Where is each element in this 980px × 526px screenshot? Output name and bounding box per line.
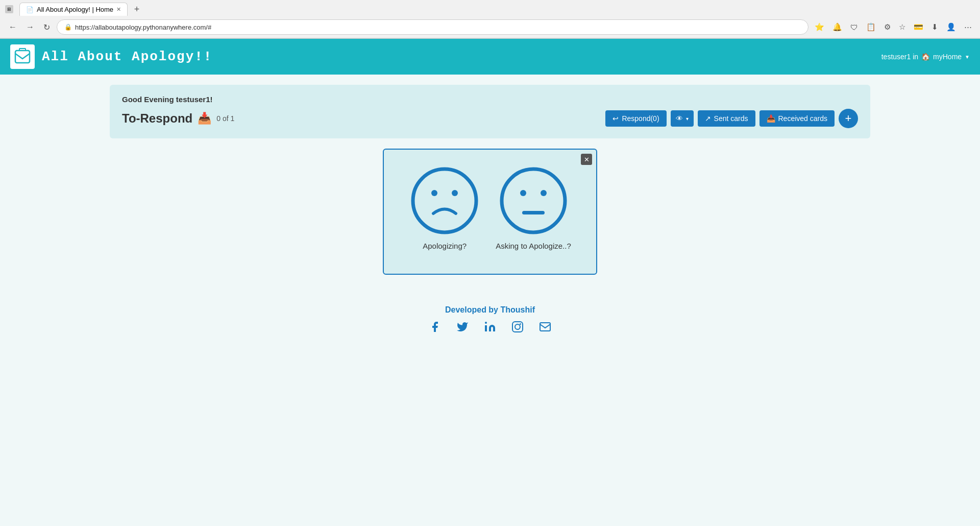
- svg-point-5: [520, 190, 526, 196]
- add-button[interactable]: +: [839, 109, 858, 128]
- extensions-icon[interactable]: ⭐: [813, 21, 826, 33]
- tab-grid-icon[interactable]: ⊞: [5, 5, 13, 13]
- footer-icons: [10, 321, 970, 336]
- view-dropdown-arrow-icon: ▾: [686, 116, 689, 122]
- inbox-btn-icon: 📥: [767, 114, 775, 123]
- inbox-icon: 📥: [198, 112, 211, 125]
- svg-point-8: [485, 322, 487, 324]
- respond-row: To-Respond 📥 0 of 1 ↩ Respond(0) 👁 ▾ ↗ S…: [122, 109, 858, 128]
- email-icon[interactable]: [539, 321, 551, 336]
- greeting-text: Good Evening testuser1!: [122, 95, 858, 104]
- modal-box: ✕ Apologizing?: [383, 149, 597, 275]
- reload-button[interactable]: ↻: [41, 21, 53, 33]
- received-cards-button[interactable]: 📥 Received cards: [760, 110, 835, 127]
- tab-close-button[interactable]: ✕: [116, 6, 121, 13]
- tab-title: All About Apology! | Home: [37, 6, 113, 13]
- wallet-icon[interactable]: 💳: [912, 21, 925, 33]
- svg-point-2: [431, 190, 437, 196]
- face-options: Apologizing? Asking to Apologize..?: [409, 165, 571, 250]
- url-text: https://allaboutapology.pythonanywhere.c…: [75, 23, 211, 31]
- plus-icon: +: [845, 112, 852, 125]
- svg-point-11: [520, 323, 521, 325]
- shield-icon[interactable]: 🛡: [848, 22, 860, 33]
- lock-icon: 🔒: [64, 23, 72, 31]
- svg-point-4: [502, 169, 565, 232]
- footer: Developed by Thoushif: [0, 285, 980, 346]
- new-tab-button[interactable]: +: [130, 2, 144, 16]
- share-icon: ↗: [705, 114, 711, 123]
- download-icon[interactable]: ⬇: [929, 21, 940, 33]
- apologizing-option[interactable]: Apologizing?: [409, 165, 480, 250]
- modal-close-button[interactable]: ✕: [581, 154, 592, 165]
- asking-label: Asking to Apologize..?: [496, 242, 571, 250]
- browser-toolbar: ← → ↻ 🔒 https://allaboutapology.pythonan…: [0, 16, 980, 38]
- dashboard-card: Good Evening testuser1! To-Respond 📥 0 o…: [110, 85, 870, 138]
- modal-overlay: ✕ Apologizing?: [110, 149, 870, 275]
- svg-rect-12: [540, 323, 550, 331]
- respond-button[interactable]: ↩ Respond(0): [605, 110, 666, 127]
- count-badge: 0 of 1: [216, 114, 234, 123]
- twitter-icon[interactable]: [456, 321, 469, 336]
- screenshot-icon[interactable]: 📋: [864, 21, 878, 33]
- svg-point-10: [515, 324, 520, 329]
- reply-icon: ↩: [612, 114, 619, 123]
- profile-icon[interactable]: 👤: [944, 21, 958, 33]
- eye-icon: 👁: [676, 114, 683, 123]
- address-bar[interactable]: 🔒 https://allaboutapology.pythonanywhere…: [57, 19, 808, 35]
- app-header: All About Apology!! testuser1 in 🏠 myHom…: [0, 39, 980, 75]
- settings-icon[interactable]: ⚙: [882, 21, 893, 33]
- app-title: All About Apology!!: [42, 49, 212, 64]
- back-button[interactable]: ←: [6, 21, 19, 33]
- view-dropdown-button[interactable]: 👁 ▾: [671, 110, 694, 127]
- tab-favicon: 📄: [26, 6, 34, 13]
- forward-button[interactable]: →: [23, 21, 37, 33]
- dropdown-arrow-icon: ▼: [965, 54, 970, 60]
- svg-rect-7: [522, 211, 545, 214]
- more-icon[interactable]: ⋯: [962, 21, 974, 33]
- home-icon: 🏠: [921, 53, 930, 61]
- user-label: testuser1 in: [881, 53, 918, 61]
- active-tab[interactable]: 📄 All About Apology! | Home ✕: [19, 3, 128, 16]
- asking-face-svg: [498, 165, 569, 236]
- svg-point-3: [452, 190, 458, 196]
- browser-chrome: ⊞ 📄 All About Apology! | Home ✕ + ← → ↻ …: [0, 0, 980, 39]
- action-buttons: ↩ Respond(0) 👁 ▾ ↗ Sent cards 📥 Received…: [605, 109, 858, 128]
- tab-bar: ⊞ 📄 All About Apology! | Home ✕ +: [0, 0, 980, 16]
- svg-point-6: [541, 190, 547, 196]
- home-label: myHome: [933, 53, 962, 61]
- sent-cards-button[interactable]: ↗ Sent cards: [698, 110, 755, 127]
- developer-text: Developed by Thoushif: [10, 305, 970, 315]
- svg-rect-9: [512, 322, 523, 332]
- apologizing-label: Apologizing?: [423, 242, 467, 250]
- respond-title: To-Respond 📥 0 of 1: [122, 111, 234, 126]
- logo-icon: [10, 44, 35, 69]
- svg-rect-0: [15, 51, 30, 63]
- main-content: Good Evening testuser1! To-Respond 📥 0 o…: [0, 75, 980, 285]
- alert-icon[interactable]: 🔔: [830, 21, 844, 33]
- facebook-icon[interactable]: [429, 321, 441, 336]
- section-title: To-Respond: [122, 111, 192, 126]
- toolbar-icons: ⭐ 🔔 🛡 📋 ⚙ ☆ 💳 ⬇ 👤 ⋯: [813, 21, 974, 33]
- apologizing-face-svg: [409, 165, 480, 236]
- app-logo: All About Apology!!: [10, 44, 212, 69]
- asking-option[interactable]: Asking to Apologize..?: [496, 165, 571, 250]
- linkedin-icon[interactable]: [484, 321, 496, 336]
- instagram-icon[interactable]: [511, 321, 524, 336]
- user-menu[interactable]: testuser1 in 🏠 myHome ▼: [881, 53, 970, 61]
- favorites-icon[interactable]: ☆: [897, 21, 908, 33]
- svg-point-1: [413, 169, 476, 232]
